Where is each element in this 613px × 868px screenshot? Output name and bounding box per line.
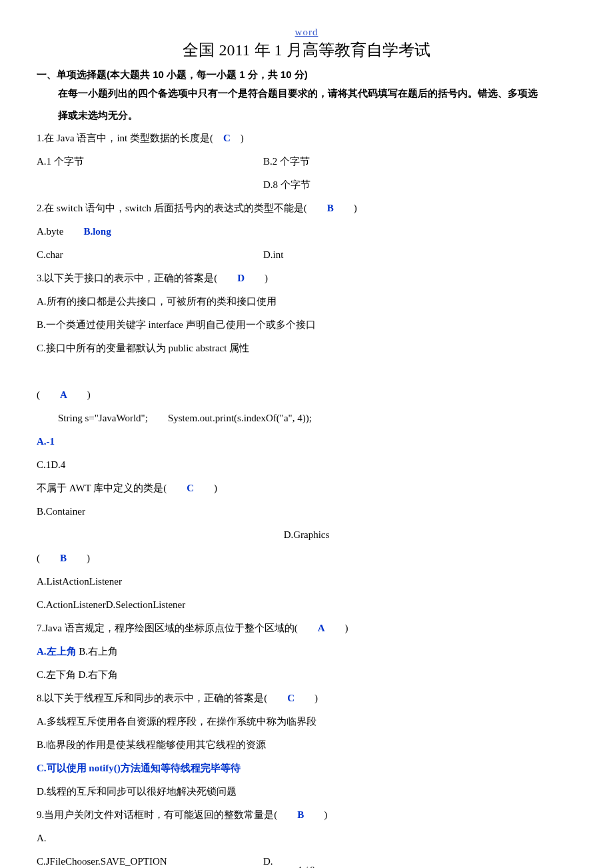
blank-line-1 — [37, 361, 576, 381]
q8-stem-text: 8.以下关于线程互斥和同步的表示中，正确的答案是( — [37, 693, 287, 703]
q7-answer: A — [318, 623, 325, 633]
q8-stem-after: ) — [295, 693, 318, 703]
q9-answer: B — [297, 809, 304, 820]
q3-option-b: B.一个类通过使用关键字 interface 声明自己使用一个或多个接口 — [37, 315, 576, 335]
q1-options-row2: D.8 个字节 — [37, 175, 576, 195]
page-number: 1 / 9 — [0, 865, 613, 868]
q8-option-c-answer: C.可以使用 notify()方法通知等待线程完毕等待 — [37, 758, 576, 778]
q2-stem: 2.在 switch 语句中，switch 后面括号内的表达式的类型不能是( B… — [37, 198, 576, 218]
q9-option-a: A. — [37, 828, 576, 848]
q1-stem-text: 1.在 Java 语言中，int 类型数据的长度是( — [37, 133, 223, 143]
q8-option-a: A.多线程互斥使用各自资源的程序段，在操作系统中称为临界段 — [37, 711, 576, 731]
q2-option-d: D.int — [263, 245, 576, 265]
q1-stem: 1.在 Java 语言中，int 类型数据的长度是( C ) — [37, 128, 576, 148]
q8-answer: C — [287, 693, 295, 703]
q4-option-cd: C.1D.4 — [37, 455, 576, 475]
q3-option-a: A.所有的接口都是公共接口，可被所有的类和接口使用 — [37, 291, 576, 311]
q2-stem-text: 2.在 switch 语句中，switch 后面括号内的表达式的类型不能是( — [37, 203, 327, 213]
q4-answer: A — [60, 389, 67, 400]
q6-close: ) — [67, 553, 90, 563]
q6-stem: ( B ) — [37, 548, 576, 568]
q4-open: ( — [37, 389, 60, 400]
q1-option-b: B.2 个字节 — [263, 151, 576, 171]
q5-stem: 不属于 AWT 库中定义的类是( C ) — [37, 478, 576, 498]
q3-answer: D — [237, 273, 245, 283]
q6-answer: B — [60, 553, 67, 563]
q3-stem: 3.以下关于接口的表示中，正确的答案是( D ) — [37, 268, 576, 288]
q2-option-b-answer: B.long — [83, 226, 111, 237]
q9-stem: 9.当用户关闭文件对话框时，有可能返回的整数常量是( B ) — [37, 805, 576, 825]
q6-option-a: A.ListActionListener — [37, 571, 576, 591]
q4-close: ) — [67, 389, 91, 400]
q2-options-row1: A.byte B.long — [37, 221, 576, 241]
q5-option-b: B.Container — [37, 501, 576, 521]
q4-option-a-answer: A.-1 — [37, 431, 576, 451]
q5-answer: C — [187, 483, 194, 493]
q7-options-row2: C.左下角 D.右下角 — [37, 665, 576, 685]
document-title: 全国 2011 年 1 月高等教育自学考试 — [37, 39, 576, 61]
q6-open: ( — [37, 553, 60, 563]
instruction-line-2: 择或未选均无分。 — [37, 106, 576, 125]
q8-option-b: B.临界段的作用是使某线程能够使用其它线程的资源 — [37, 735, 576, 755]
q8-stem: 8.以下关于线程互斥和同步的表示中，正确的答案是( C ) — [37, 688, 576, 708]
q2-options-row2: C.char D.int — [37, 245, 576, 265]
q1-option-c-empty — [37, 175, 263, 195]
q3-stem-text: 3.以下关于接口的表示中，正确的答案是( — [37, 273, 237, 283]
q3-stem-after: ) — [245, 273, 268, 283]
q2-answer: B — [327, 203, 334, 213]
q5-stem-text: 不属于 AWT 库中定义的类是( — [37, 483, 187, 493]
q7-stem-text: 7.Java 语言规定，程序绘图区域的坐标原点位于整个区域的( — [37, 623, 318, 633]
q7-stem: 7.Java 语言规定，程序绘图区域的坐标原点位于整个区域的( A ) — [37, 618, 576, 638]
instruction-line-1: 在每一小题列出的四个备选项中只有一个是符合题目要求的，请将其代码填写在题后的括号… — [37, 84, 576, 103]
document-page: word 全国 2011 年 1 月高等教育自学考试 一、单项选择题(本大题共 … — [0, 0, 613, 868]
section-heading: 一、单项选择题(本大题共 10 小题，每一小题 1 分，共 10 分) — [37, 69, 576, 81]
q1-stem-after: ) — [231, 133, 244, 143]
q2-option-c: C.char — [37, 245, 263, 265]
q2-stem-after: ) — [334, 203, 357, 213]
q5-stem-after: ) — [194, 483, 217, 493]
q4-code: String s="JavaWorld"; System.out.print(s… — [37, 408, 576, 428]
q1-options-row1: A.1 个字节 B.2 个字节 — [37, 151, 576, 171]
q7-option-b: B.右上角 — [77, 646, 119, 657]
q1-option-a: A.1 个字节 — [37, 151, 263, 171]
q7-stem-after: ) — [325, 623, 348, 633]
q4-stem: ( A ) — [37, 385, 576, 405]
q1-option-d: D.8 个字节 — [263, 175, 576, 195]
q7-option-a-answer: A.左上角 — [37, 646, 77, 657]
q9-stem-after: ) — [304, 809, 327, 820]
q8-option-d: D.线程的互斥和同步可以很好地解决死锁问题 — [37, 781, 576, 801]
q7-options-row1: A.左上角 B.右上角 — [37, 641, 576, 661]
header-word-label: word — [37, 27, 576, 38]
q2-option-a: A.byte — [37, 226, 83, 237]
q5-option-d: D.Graphics — [37, 525, 576, 545]
q9-stem-text: 9.当用户关闭文件对话框时，有可能返回的整数常量是( — [37, 809, 297, 820]
q1-answer: C — [223, 133, 231, 143]
q6-option-cd: C.ActionListenerD.SelectionListener — [37, 595, 576, 615]
q3-option-c: C.接口中所有的变量都默认为 public abstract 属性 — [37, 338, 576, 358]
